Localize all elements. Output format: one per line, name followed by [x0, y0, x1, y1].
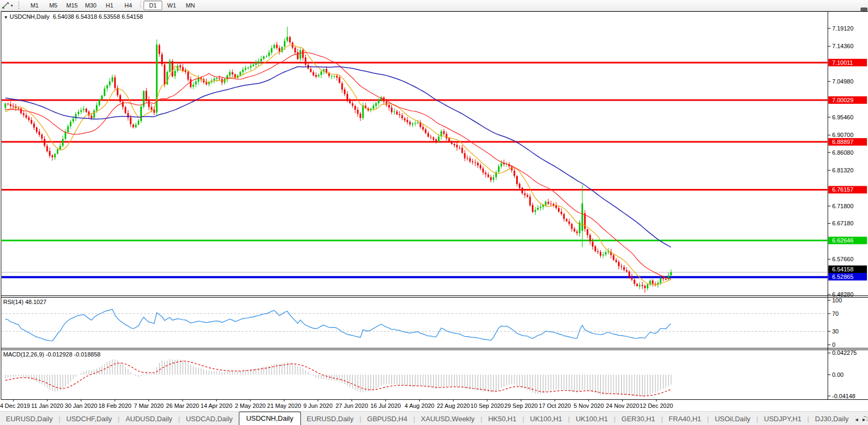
- timeframe-button-m5[interactable]: M5: [44, 1, 63, 10]
- svg-text:6.52865: 6.52865: [832, 274, 854, 280]
- svg-text:6.86080: 6.86080: [832, 149, 854, 156]
- svg-text:17 Oct 2020: 17 Oct 2020: [539, 403, 571, 409]
- ohlc-low: 6.53558: [99, 13, 120, 20]
- svg-text:100: 100: [832, 297, 842, 303]
- svg-text:30: 30: [832, 328, 839, 335]
- svg-text:6.90700: 6.90700: [832, 132, 854, 138]
- symbol-period-label: USDCNH,Daily: [10, 13, 50, 20]
- price-badge-6.52865: 6.52865: [828, 273, 867, 280]
- svg-text:30 Jan 2020: 30 Jan 2020: [65, 403, 97, 409]
- svg-text:6.67180: 6.67180: [832, 220, 854, 226]
- macd-indicator-label: MACD(12,26,9) -0.012928 -0.018858: [3, 351, 101, 358]
- svg-text:14 Apr 2020: 14 Apr 2020: [201, 403, 232, 409]
- price-badge-6.88897: 6.88897: [828, 138, 867, 146]
- toolbar-grip: [18, 2, 22, 9]
- svg-text:7.10011: 7.10011: [832, 59, 853, 66]
- crosshair-tool-icon[interactable]: [2, 2, 10, 9]
- chart-shift-marker[interactable]: [861, 7, 867, 11]
- timeframe-button-h4[interactable]: H4: [119, 1, 138, 10]
- chart-tab-eurusd-daily[interactable]: EURUSD,Daily: [301, 413, 359, 425]
- chart-tab-usdchf-daily[interactable]: USDCHF,Daily: [61, 413, 118, 425]
- chart-tab-gbpusd-h4[interactable]: GBPUSD,H4: [361, 413, 413, 425]
- svg-text:-0.04148: -0.04148: [832, 393, 855, 399]
- current-price-badge: 6.54158: [828, 265, 867, 273]
- svg-text:6.76157: 6.76157: [832, 186, 854, 193]
- ohlc-close: 6.54158: [122, 13, 143, 20]
- timeframe-button-m30[interactable]: M30: [81, 1, 100, 10]
- price-badge-7.10011: 7.10011: [828, 59, 867, 66]
- chart-tab-xauusd-weekly[interactable]: XAUUSD,Weekly: [415, 413, 480, 425]
- timeframe-button-w1[interactable]: W1: [162, 1, 181, 10]
- symbol-dropdown-icon[interactable]: ▼: [4, 15, 8, 20]
- svg-text:10 Sep 2020: 10 Sep 2020: [471, 403, 504, 409]
- svg-text:7.19120: 7.19120: [832, 25, 854, 32]
- tab-scroll-right-icon[interactable]: ►: [862, 417, 866, 422]
- svg-text:6.88897: 6.88897: [832, 139, 854, 145]
- chart-tab-fra40-h1[interactable]: FRA40,H1: [663, 413, 707, 425]
- chart-tab-usdcad-daily[interactable]: USDCAD,Daily: [180, 413, 238, 425]
- ohlc-high: 6.54318: [76, 13, 97, 20]
- chart-tab-hk50-h1[interactable]: HK50,H1: [482, 413, 523, 425]
- svg-text:0: 0: [832, 341, 835, 348]
- chart-tab-ger30-h1[interactable]: GER30,H1: [616, 413, 661, 425]
- svg-text:12 Dec 2020: 12 Dec 2020: [640, 403, 673, 409]
- chart-tab-usoil-daily[interactable]: USOil,Daily: [709, 413, 756, 425]
- timeframe-button-m1[interactable]: M1: [25, 1, 44, 10]
- svg-text:24 Dec 2019: 24 Dec 2019: [0, 403, 30, 409]
- price-badge-6.76157: 6.76157: [828, 186, 867, 193]
- svg-text:24 Nov 2020: 24 Nov 2020: [606, 403, 639, 409]
- ohlc-open: 6.54038: [53, 13, 74, 20]
- tab-scroll-arrows: ◄►: [849, 417, 866, 422]
- chart-tab-usdjpy-h1[interactable]: USDJPY,H1: [758, 413, 807, 425]
- svg-text:0.00: 0.00: [832, 371, 843, 378]
- svg-text:18 Feb 2020: 18 Feb 2020: [99, 403, 132, 409]
- chart-tab-dj30-daily[interactable]: DJ30,Daily: [809, 413, 855, 425]
- toolbar-separator: [140, 1, 141, 8]
- svg-text:70: 70: [832, 310, 839, 317]
- chart-tab-usdcnh-daily[interactable]: USDCNH,Daily: [239, 412, 301, 425]
- chart-tab-audusd-daily[interactable]: AUDUSD,Daily: [119, 413, 178, 425]
- svg-text:6.54158: 6.54158: [832, 266, 854, 272]
- svg-text:4 Aug 2020: 4 Aug 2020: [405, 403, 435, 409]
- price-badge-6.62646: 6.62646: [828, 237, 867, 244]
- svg-text:6.57660: 6.57660: [832, 256, 854, 262]
- timeframe-button-m15[interactable]: M15: [63, 1, 81, 10]
- tab-scroll-left-icon[interactable]: ◄: [854, 417, 859, 422]
- svg-text:29 Sep 2020: 29 Sep 2020: [504, 403, 538, 409]
- chart-tab-eurusd-daily[interactable]: EURUSD,Daily: [0, 413, 58, 425]
- svg-text:6.62646: 6.62646: [832, 237, 854, 244]
- svg-text:7 Mar 2020: 7 Mar 2020: [134, 403, 164, 409]
- svg-text:2 May 2020: 2 May 2020: [235, 403, 266, 409]
- mt4-window: 7.191207.143607.049806.954606.907006.860…: [0, 0, 868, 425]
- svg-text:27 Jun 2020: 27 Jun 2020: [336, 403, 368, 409]
- timeframe-toolbar: ▾ M1M5M15M30H1H4D1W1MN: [0, 0, 868, 11]
- svg-text:7.14360: 7.14360: [832, 43, 854, 49]
- svg-text:7.04980: 7.04980: [832, 78, 854, 85]
- svg-text:26 Mar 2020: 26 Mar 2020: [166, 403, 199, 409]
- rsi-indicator-label: RSI(14) 48.1027: [3, 299, 47, 305]
- svg-text:0.042275: 0.042275: [832, 350, 857, 356]
- timeframe-button-mn[interactable]: MN: [181, 1, 200, 10]
- svg-text:21 May 2020: 21 May 2020: [267, 403, 301, 409]
- chart-canvas: 7.191207.143607.049806.954606.907006.860…: [0, 0, 868, 425]
- chart-tab-uk100-h1[interactable]: UK100,H1: [524, 413, 568, 425]
- svg-text:6.95460: 6.95460: [832, 114, 854, 120]
- svg-text:6.71800: 6.71800: [832, 203, 854, 209]
- timeframe-button-d1[interactable]: D1: [144, 1, 162, 10]
- svg-text:5 Nov 2020: 5 Nov 2020: [573, 403, 603, 409]
- chart-title: ▼ USDCNH,Daily 6.54038 6.54318 6.53558 6…: [4, 13, 143, 20]
- svg-text:16 Jul 2020: 16 Jul 2020: [371, 403, 401, 409]
- svg-text:11 Jan 2020: 11 Jan 2020: [31, 403, 63, 409]
- chart-tabs-bar: EURUSD,Daily|USDCHF,Daily|AUDUSD,Daily|U…: [0, 411, 868, 425]
- svg-text:7.00029: 7.00029: [832, 97, 854, 103]
- svg-text:9 Jun 2020: 9 Jun 2020: [304, 403, 333, 409]
- timeframe-buttons: M1M5M15M30H1H4D1W1MN: [25, 1, 200, 10]
- chart-tab-uk100-h1[interactable]: UK100,H1: [570, 413, 614, 425]
- svg-text:6.81320: 6.81320: [832, 167, 854, 173]
- tool-dropdown-icon[interactable]: ▾: [11, 3, 13, 8]
- timeframe-button-h1[interactable]: H1: [100, 1, 119, 10]
- svg-text:22 Aug 2020: 22 Aug 2020: [437, 403, 470, 409]
- price-badge-7.00029: 7.00029: [828, 96, 867, 104]
